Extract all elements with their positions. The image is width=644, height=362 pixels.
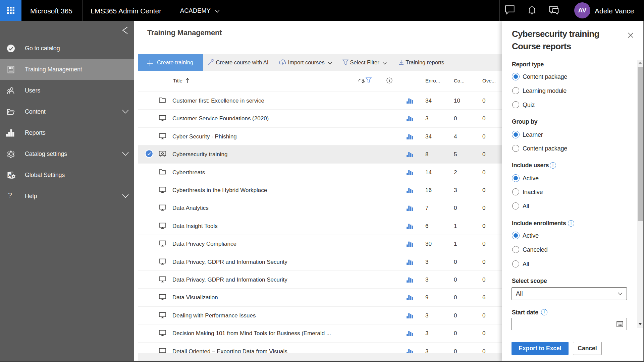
svg-text:A: A [8,173,11,178]
